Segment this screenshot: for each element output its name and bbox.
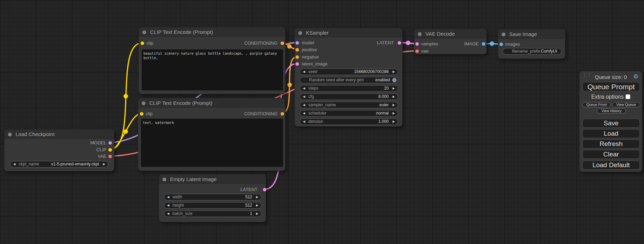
clear-button[interactable]: Clear [582,150,640,159]
view-queue-button[interactable]: View Queue [612,102,640,107]
cfg-widget[interactable]: ◀ cfg 8.000 ▶ [300,93,398,100]
steps-widget[interactable]: ◀ steps 20 ▶ [300,85,398,92]
ckpt-name-widget[interactable]: ◀ ckpt_name v1-5-pruned-emaonly.ckpt ▶ [10,161,108,168]
link-midpoint-dot[interactable] [124,94,128,99]
input-label-images: images [505,42,520,47]
widget-label: height [173,202,184,208]
input-slot-negative[interactable] [295,55,299,59]
output-slot-model[interactable] [108,141,112,145]
queue-front-button[interactable]: Queue Front [582,102,611,107]
output-slot-conditioning[interactable] [281,112,284,116]
output-slot-image[interactable] [482,42,485,46]
prompt-textarea[interactable]: beautiful scenery nature glass bottle la… [142,49,283,90]
node-titlebar[interactable]: VAE Decode [414,29,486,38]
output-slot-latent[interactable] [263,188,266,191]
decrement-arrow-icon[interactable]: ◀ [167,194,169,200]
input-slot-samples[interactable] [415,42,419,46]
link-midpoint-dot[interactable] [287,44,292,49]
collapse-dot-icon[interactable] [8,133,12,136]
collapse-dot-icon[interactable] [418,32,422,36]
increment-arrow-icon[interactable]: ▶ [256,211,258,217]
input-slot-vae[interactable] [415,49,419,53]
collapse-dot-icon[interactable] [142,101,145,105]
input-slot-clip[interactable] [140,112,143,116]
widget-label: width [173,194,182,200]
link-midpoint-dot[interactable] [124,129,128,134]
link-midpoint-dot[interactable] [288,83,292,87]
input-slot-images[interactable] [500,43,503,46]
scheduler-widget[interactable]: ◀ scheduler normal ▶ [300,110,398,117]
increment-arrow-icon[interactable]: ▶ [103,161,105,167]
node-clip-text-encode-positive[interactable]: CLIP Text Encode (Prompt) clip CONDITION… [139,27,285,94]
collapse-dot-icon[interactable] [502,33,505,36]
decrement-arrow-icon[interactable]: ◀ [303,94,305,100]
widget-label: batch_size [173,211,192,217]
collapse-dot-icon[interactable] [142,30,146,34]
queue-size-label: Queue size: 0 [580,74,642,80]
widget-label: filename_prefix [512,48,540,54]
increment-arrow-icon[interactable]: ▶ [392,69,395,75]
increment-arrow-icon[interactable]: ▶ [392,119,395,125]
load-default-button[interactable]: Load Default [582,161,640,170]
width-widget[interactable]: ◀ width 512 ▶ [164,194,262,200]
toggle-value: enabled [375,77,390,83]
link-midpoint-dot[interactable] [490,42,494,46]
seed-widget[interactable]: ◀ seed 156680208700286 ▶ [300,69,398,75]
input-slot-latent-image[interactable] [295,62,299,66]
node-titlebar[interactable]: CLIP Text Encode (Prompt) [139,27,285,37]
node-ksampler[interactable]: KSampler model positive negative latent_… [294,28,403,127]
sampler-name-widget[interactable]: ◀ sampler_name euler ▶ [300,102,398,108]
input-slot-model[interactable] [295,41,299,45]
decrement-arrow-icon[interactable]: ◀ [167,202,169,208]
decrement-arrow-icon[interactable]: ◀ [303,119,305,125]
increment-arrow-icon[interactable]: ▶ [256,194,258,200]
decrement-arrow-icon[interactable]: ◀ [167,211,169,217]
node-title-text: KSampler [306,30,329,36]
node-save-image[interactable]: Save Image images filename_prefix ComfyU… [498,29,565,59]
random-seed-toggle[interactable]: Random seed after every gen enabled [300,77,398,83]
load-button[interactable]: Load [582,129,640,138]
increment-arrow-icon[interactable]: ▶ [392,85,395,91]
increment-arrow-icon[interactable]: ▶ [392,110,395,116]
decrement-arrow-icon[interactable]: ◀ [303,102,305,108]
save-button[interactable]: Save [582,119,640,128]
input-slot-positive[interactable] [295,48,299,52]
link-midpoint-dot[interactable] [406,41,411,45]
node-titlebar[interactable]: Load Checkpoint [5,129,114,139]
widget-label: scheduler [308,110,326,116]
view-history-button[interactable]: View History [597,108,626,114]
height-widget[interactable]: ◀ height 512 ▶ [164,202,262,209]
node-titlebar[interactable]: KSampler [295,28,402,37]
output-slot-clip[interactable] [108,148,112,152]
denoise-widget[interactable]: ◀ denoise 1.000 ▶ [300,118,398,125]
decrement-arrow-icon[interactable]: ◀ [303,69,305,75]
node-empty-latent-image[interactable]: Empty Latent Image LATENT ◀ width 512 ▶ … [159,174,266,222]
output-slot-latent[interactable] [398,41,401,45]
increment-arrow-icon[interactable]: ▶ [392,94,395,100]
node-clip-text-encode-negative[interactable]: CLIP Text Encode (Prompt) clip CONDITION… [138,98,285,171]
decrement-arrow-icon[interactable]: ◀ [303,110,305,116]
input-slot-clip[interactable] [141,42,144,45]
node-vae-decode[interactable]: VAE Decode samples IMAGE vae [414,29,487,54]
node-titlebar[interactable]: CLIP Text Encode (Prompt) [138,98,285,108]
prompt-textarea[interactable]: text, watermark [141,119,283,167]
comfyui-canvas[interactable]: { "colors": { "model": "#b39ddb", "clip"… [0,0,644,244]
output-slot-vae[interactable] [108,155,112,158]
decrement-arrow-icon[interactable]: ◀ [303,85,305,91]
decrement-arrow-icon[interactable]: ◀ [13,161,16,167]
refresh-button[interactable]: Refresh [582,139,640,148]
node-titlebar[interactable]: Save Image [498,29,565,39]
collapse-dot-icon[interactable] [162,178,166,181]
toggle-knob-icon[interactable] [392,78,397,82]
queue-prompt-button[interactable]: Queue Prompt [582,82,640,91]
collapse-dot-icon[interactable] [298,31,302,35]
gear-icon[interactable]: ⚙ [633,73,638,80]
output-slot-conditioning[interactable] [281,42,284,45]
node-load-checkpoint[interactable]: Load Checkpoint MODEL CLIP VAE ◀ ckpt_na… [4,129,114,171]
extra-options-checkbox[interactable] [626,94,630,99]
batch-size-widget[interactable]: ◀ batch_size 1 ▶ [164,210,262,217]
increment-arrow-icon[interactable]: ▶ [392,102,395,108]
node-titlebar[interactable]: Empty Latent Image [159,174,266,184]
increment-arrow-icon[interactable]: ▶ [256,202,258,208]
filename-prefix-widget[interactable]: filename_prefix ComfyUI [503,48,562,55]
